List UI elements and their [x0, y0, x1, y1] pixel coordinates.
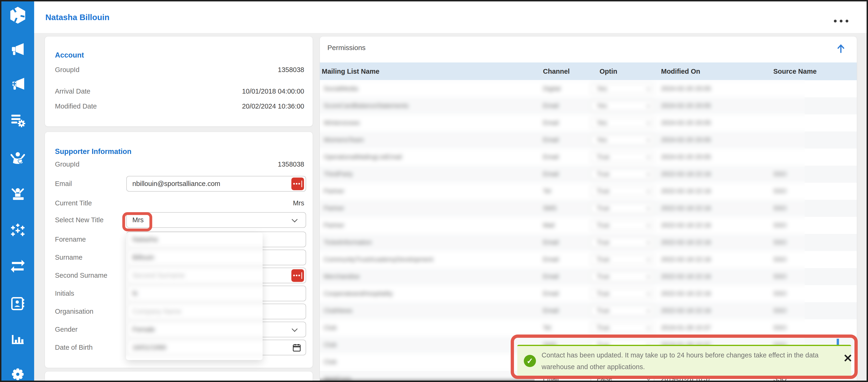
- collapse-arrow-up-icon[interactable]: [837, 44, 845, 53]
- redaction-blur-table-bottom: [320, 371, 534, 382]
- account-card: Account GroupId 1358038Arrival Date 10/0…: [45, 36, 313, 126]
- sidebar: [1, 1, 34, 381]
- hidden-collapse-arrow-fragment-icon: [837, 339, 839, 345]
- data-exchange-icon[interactable]: [10, 259, 25, 274]
- app-window: Natasha Billouin Account GroupId 1358038…: [0, 0, 868, 382]
- success-toast: ✓ Contact has been updated. It may take …: [517, 345, 851, 376]
- email-field[interactable]: nbillouin@sportsalliance.com: [126, 176, 306, 192]
- field-label: Surname: [55, 254, 83, 261]
- calendar-icon[interactable]: [292, 344, 301, 352]
- groupid-value: 1358038: [278, 160, 304, 168]
- col-channel: Channel: [543, 62, 569, 80]
- groupid-row: GroupId 1358038: [55, 159, 304, 170]
- col-source-name: Source Name: [773, 62, 816, 80]
- redaction-blur-table: [320, 80, 805, 371]
- col-mailing-list-name: Mailing List Name: [322, 62, 379, 80]
- check-circle-icon: ✓: [524, 355, 536, 367]
- new-title-label: Select New Title: [55, 216, 103, 224]
- supporter-heart-icon[interactable]: [10, 151, 25, 166]
- field-label: Initials: [55, 290, 74, 297]
- field-label: Modified Date: [55, 102, 97, 110]
- supporter-heading: Supporter Information: [55, 147, 131, 156]
- field-value: 20/02/2024 10:36:00: [242, 102, 304, 110]
- new-title-select[interactable]: Mrs: [126, 212, 306, 228]
- contact-book-icon[interactable]: [10, 296, 25, 311]
- redaction-blur-form: [126, 233, 262, 360]
- current-title-value: Mrs: [293, 199, 304, 207]
- optin-value: False: [597, 376, 612, 382]
- field-label: Gender: [55, 326, 78, 333]
- account-field-row: GroupId 1358038: [55, 64, 304, 75]
- permissions-heading: Permissions: [328, 44, 366, 52]
- member-raised-arms-icon[interactable]: [10, 187, 25, 203]
- settings-gear-icon[interactable]: [10, 367, 25, 382]
- app-logo-icon[interactable]: [9, 6, 27, 24]
- field-label: GroupId: [55, 66, 80, 74]
- col-optin: Optin: [599, 62, 617, 80]
- groupid-label: GroupId: [55, 160, 80, 168]
- account-heading: Account: [55, 51, 84, 59]
- current-title-label: Current Title: [55, 199, 92, 207]
- ellipsis-menu-icon[interactable]: [834, 20, 848, 23]
- page-title: Natasha Billouin: [45, 1, 110, 33]
- permissions-table-header: Mailing List Name Channel Optin Modified…: [320, 62, 857, 80]
- segment-cluster-icon[interactable]: [10, 223, 25, 238]
- chevron-down-icon: [291, 216, 298, 222]
- contact-card: Contact: [45, 371, 313, 382]
- field-label: Date of Birth: [55, 344, 93, 351]
- field-label: Second Surname: [55, 272, 107, 279]
- current-title-row: Current Title Mrs: [55, 198, 304, 208]
- toast-message: Contact has been updated. It may take up…: [541, 349, 845, 373]
- top-bar: Natasha Billouin: [34, 1, 867, 33]
- field-label: Organisation: [55, 307, 93, 315]
- bar-chart-icon[interactable]: [10, 331, 25, 346]
- megaphone-icon[interactable]: [10, 41, 25, 57]
- text-expander-icon[interactable]: [291, 269, 304, 282]
- account-field-row: Arrival Date 10/01/2018 04:00:00: [55, 86, 304, 97]
- chevron-down-icon: [291, 326, 298, 332]
- email-label: Email: [55, 180, 72, 187]
- account-field-row: Modified Date 20/02/2024 10:36:00: [55, 101, 304, 112]
- email-value: nbillouin@sportsalliance.com: [132, 180, 220, 187]
- toast-close-icon[interactable]: ✕: [843, 352, 852, 365]
- chevron-down-icon: [646, 376, 651, 380]
- field-label: Forename: [55, 236, 86, 243]
- text-expander-icon[interactable]: [291, 178, 304, 190]
- megaphone-add-icon[interactable]: [10, 76, 25, 91]
- field-value: 1358038: [278, 66, 304, 74]
- list-settings-icon[interactable]: [10, 113, 25, 127]
- field-value: 10/01/2018 04:00:00: [242, 87, 304, 95]
- new-title-value: Mrs: [132, 216, 144, 224]
- field-label: Arrival Date: [55, 87, 91, 95]
- col-modified-on: Modified On: [661, 62, 700, 80]
